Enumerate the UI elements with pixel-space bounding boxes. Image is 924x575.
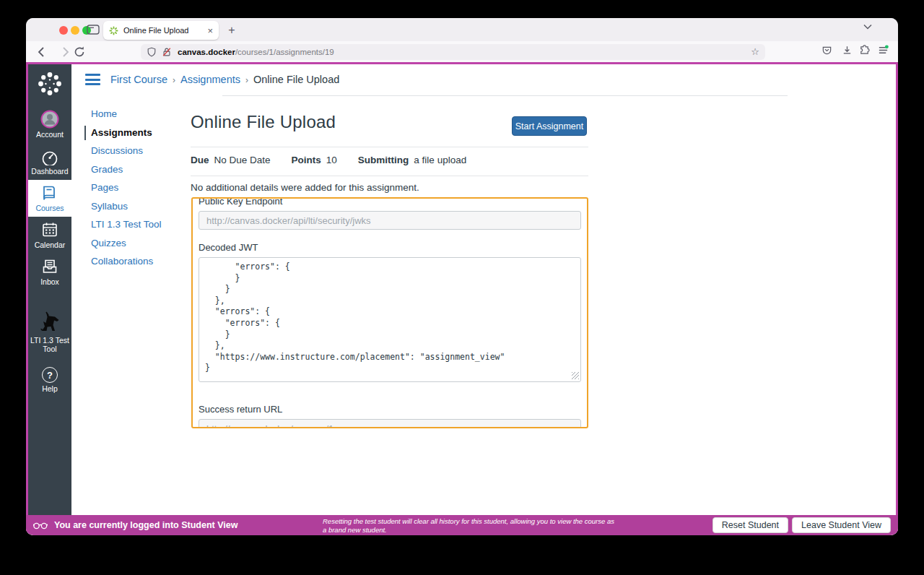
- due-value: No Due Date: [214, 155, 271, 165]
- no-details-text: No additional details were added for thi…: [191, 182, 419, 193]
- downloads-icon[interactable]: [842, 45, 855, 58]
- calendar-icon: [40, 220, 59, 239]
- insecure-lock-icon[interactable]: [162, 47, 172, 57]
- unicorn-icon: [38, 310, 62, 334]
- tab-title: Online File Upload: [123, 26, 207, 35]
- global-nav: Account Dashboard Courses Calendar: [28, 64, 71, 515]
- leave-student-view-button[interactable]: Leave Student View: [792, 517, 891, 533]
- sidebar-item-label: LTI 1.3 Test Tool: [28, 336, 71, 353]
- course-nav-collaborations[interactable]: Collaborations: [91, 256, 185, 267]
- success-return-url-label: Success return URL: [199, 404, 581, 415]
- courses-book-icon: [40, 183, 59, 202]
- reload-icon[interactable]: [72, 45, 87, 59]
- submitting-label: Submitting: [358, 155, 409, 165]
- extensions-icon[interactable]: [859, 45, 872, 58]
- course-nav-pages[interactable]: Pages: [91, 183, 185, 193]
- course-nav-home[interactable]: Home: [91, 109, 185, 119]
- lti-tool-frame: Public Key Endpoint Decoded JWT "errors"…: [191, 197, 588, 428]
- sidebar-item-label: Calendar: [35, 241, 66, 249]
- list-all-tabs-icon[interactable]: [863, 24, 872, 30]
- url-domain: canvas.docker: [178, 48, 235, 56]
- decoded-jwt-label: Decoded JWT: [199, 242, 581, 253]
- tab-bar: Online File Upload × +: [26, 18, 898, 41]
- student-view-bar: You are currently logged into Student Vi…: [26, 515, 898, 535]
- note-line-1: Resetting the test student will clear al…: [323, 517, 614, 525]
- firefox-view-icon[interactable]: [87, 24, 100, 35]
- tab-close-icon[interactable]: ×: [207, 26, 213, 35]
- submitting-value: a file upload: [414, 155, 466, 165]
- public-key-endpoint-input[interactable]: [199, 211, 581, 230]
- browser-window: Online File Upload × + canvas.docker/cou…: [26, 18, 898, 535]
- points-value: 10: [326, 155, 337, 165]
- start-assignment-button[interactable]: Start Assignment: [512, 116, 587, 136]
- sidebar-item-help[interactable]: ? Help: [28, 363, 71, 397]
- shield-icon[interactable]: [147, 47, 157, 57]
- url-bar[interactable]: canvas.docker/courses/1/assignments/19 ☆: [141, 44, 765, 60]
- browser-tab[interactable]: Online File Upload ×: [103, 21, 219, 40]
- sidebar-item-dashboard[interactable]: Dashboard: [28, 143, 71, 180]
- inbox-tray-icon: [40, 257, 59, 276]
- pocket-icon[interactable]: [821, 45, 834, 58]
- sidebar-item-label: Account: [36, 130, 64, 139]
- sidebar-item-label: Help: [42, 384, 58, 393]
- breadcrumb-course-link[interactable]: First Course: [110, 74, 167, 85]
- back-button[interactable]: [35, 45, 49, 59]
- course-nav-assignments[interactable]: Assignments: [91, 128, 185, 138]
- divider: [191, 147, 588, 147]
- success-return-url-input[interactable]: [199, 419, 581, 428]
- browser-toolbar: canvas.docker/courses/1/assignments/19 ☆: [26, 41, 898, 62]
- student-view-message: You are currently logged into Student Vi…: [54, 520, 237, 530]
- course-nav-syllabus[interactable]: Syllabus: [91, 202, 185, 212]
- glasses-icon: [33, 521, 48, 529]
- sidebar-item-account[interactable]: Account: [28, 106, 71, 143]
- forward-button[interactable]: [58, 45, 72, 59]
- points-label: Points: [292, 155, 321, 165]
- decoded-jwt-textarea[interactable]: "errors": { } } }, "errors": { "errors":…: [199, 257, 581, 382]
- reset-student-button[interactable]: Reset Student: [712, 517, 788, 533]
- divider: [191, 176, 588, 176]
- course-nav-discussions[interactable]: Discussions: [91, 146, 185, 156]
- close-window-button[interactable]: [59, 26, 68, 35]
- course-nav: Home Assignments Discussions Grades Page…: [91, 109, 185, 275]
- due-label: Due: [191, 155, 209, 165]
- course-nav-lti-test-tool[interactable]: LTI 1.3 Test Tool: [91, 220, 185, 230]
- app-menu-icon[interactable]: [878, 45, 891, 58]
- assignment-details: DueNo Due DatePoints10Submittinga file u…: [191, 155, 466, 165]
- sidebar-item-label: Dashboard: [31, 167, 68, 176]
- url-path: /courses/1/assignments/19: [235, 48, 334, 56]
- minimize-window-button[interactable]: [71, 26, 79, 35]
- course-nav-grades[interactable]: Grades: [91, 165, 185, 175]
- sidebar-item-courses[interactable]: Courses: [28, 180, 71, 217]
- tab-favicon-icon: [109, 26, 118, 35]
- page-title: Online File Upload: [191, 112, 336, 132]
- public-key-endpoint-label: Public Key Endpoint: [199, 197, 581, 207]
- sidebar-item-label: Inbox: [40, 277, 59, 286]
- jwt-textarea-wrap: "errors": { } } }, "errors": { "errors":…: [199, 257, 581, 382]
- note-line-2: a brand new student.: [323, 526, 387, 534]
- student-view-note: Resetting the test student will clear al…: [323, 517, 626, 534]
- page-viewport: Account Dashboard Courses Calendar: [26, 62, 898, 535]
- account-avatar-icon: [40, 110, 59, 129]
- sidebar-item-inbox[interactable]: Inbox: [28, 254, 71, 290]
- bookmark-star-icon[interactable]: ☆: [751, 46, 759, 57]
- dashboard-gauge-icon: [40, 147, 59, 165]
- assignment-main: Online File Upload Start Assignment DueN…: [191, 64, 592, 512]
- help-question-icon: ?: [42, 367, 58, 383]
- course-menu-hamburger-icon[interactable]: [85, 74, 100, 85]
- canvas-logo-icon[interactable]: [36, 70, 64, 98]
- sidebar-item-label: Courses: [35, 204, 64, 212]
- sidebar-item-calendar[interactable]: Calendar: [28, 217, 71, 254]
- new-tab-button[interactable]: +: [222, 21, 241, 40]
- breadcrumb-separator: ›: [173, 75, 175, 85]
- sidebar-item-lti-test-tool[interactable]: LTI 1.3 Test Tool: [28, 306, 71, 358]
- course-nav-quizzes[interactable]: Quizzes: [91, 238, 185, 248]
